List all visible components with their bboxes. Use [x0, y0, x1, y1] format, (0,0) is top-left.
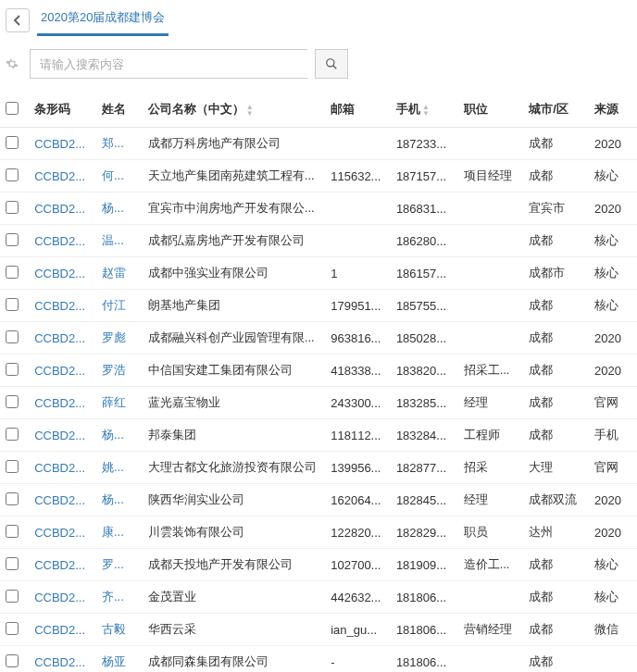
row-checkbox[interactable] [6, 428, 19, 441]
row-checkbox[interactable] [6, 168, 19, 181]
row-checkbox[interactable] [6, 525, 19, 538]
table-row[interactable]: CCBD2...郑...成都万科房地产有限公司187233...成都2020 [0, 128, 637, 160]
row-checkbox[interactable] [6, 201, 19, 214]
cell-phone: 182845... [391, 484, 458, 516]
cell-barcode[interactable]: CCBD2... [29, 225, 96, 257]
row-checkbox[interactable] [6, 330, 19, 343]
row-checkbox[interactable] [6, 363, 19, 376]
cell-name[interactable]: 温... [96, 225, 143, 257]
cell-barcode[interactable]: CCBD2... [29, 128, 96, 160]
tab-event[interactable]: 2020第20届成都建博会 [37, 4, 169, 36]
row-checkbox[interactable] [6, 266, 19, 279]
cell-name[interactable]: 付江 [96, 290, 143, 322]
cell-email: 243300... [325, 387, 391, 419]
row-checkbox[interactable] [6, 395, 19, 408]
table-row[interactable]: CCBD2...罗...成都天投地产开发有限公司102700...181909.… [0, 549, 637, 581]
cell-name[interactable]: 杨... [96, 484, 143, 516]
row-checkbox[interactable] [6, 233, 19, 246]
header-position[interactable]: 职位 [458, 92, 524, 128]
cell-barcode[interactable]: CCBD2... [29, 614, 96, 646]
cell-company: 成都万科房地产有限公司 [143, 128, 325, 160]
cell-barcode[interactable]: CCBD2... [29, 646, 96, 673]
table-row[interactable]: CCBD2...罗浩中信国安建工集团有限公司418338...183820...… [0, 355, 637, 387]
cell-position [458, 225, 524, 257]
cell-position: 招采 [458, 452, 524, 484]
cell-name[interactable]: 杨亚 [96, 646, 143, 673]
cell-phone: 183285... [391, 387, 458, 419]
table-row[interactable]: CCBD2...古毅华西云采ian_gu...181806...营销经理成都微信 [0, 614, 637, 646]
header-email[interactable]: 邮箱 [325, 92, 391, 128]
header-source[interactable]: 来源 [589, 92, 637, 128]
row-checkbox[interactable] [6, 590, 19, 603]
cell-barcode[interactable]: CCBD2... [29, 581, 96, 614]
table-row[interactable]: CCBD2...杨亚成都同森集团有限公司-181806...成都 [0, 646, 637, 673]
search-input[interactable] [30, 49, 307, 79]
cell-name[interactable]: 罗浩 [96, 355, 143, 387]
cell-source: 核心 [589, 225, 637, 257]
back-button[interactable] [6, 8, 30, 32]
cell-barcode[interactable]: CCBD2... [29, 452, 96, 484]
cell-name[interactable]: 赵雷 [96, 257, 143, 290]
cell-barcode[interactable]: CCBD2... [29, 419, 96, 452]
row-checkbox[interactable] [6, 622, 19, 635]
row-checkbox[interactable] [6, 298, 19, 311]
header-company[interactable]: 公司名称（中文）▲▼ [143, 92, 325, 128]
table-row[interactable]: CCBD2...薛红蓝光嘉宝物业243300...183285...经理成都官网 [0, 387, 637, 419]
cell-barcode[interactable]: CCBD2... [29, 387, 96, 419]
header-city[interactable]: 城市/区 [523, 92, 589, 128]
table-row[interactable]: CCBD2...温...成都弘嘉房地产开发有限公司186280...成都核心 [0, 225, 637, 257]
cell-name[interactable]: 何... [96, 160, 143, 193]
cell-position: 职员 [458, 516, 524, 549]
cell-name[interactable]: 杨... [96, 419, 143, 452]
cell-email: 102700... [325, 549, 391, 581]
cell-company: 成都中强实业有限公司 [143, 257, 325, 290]
cell-barcode[interactable]: CCBD2... [29, 193, 96, 225]
table-row[interactable]: CCBD2...齐...金茂置业442632...181806...成都核心 [0, 581, 637, 614]
header-name[interactable]: 姓名 [96, 92, 143, 128]
table-row[interactable]: CCBD2...杨...陕西华润实业公司162064...182845...经理… [0, 484, 637, 516]
cell-barcode[interactable]: CCBD2... [29, 160, 96, 193]
cell-name[interactable]: 康... [96, 516, 143, 549]
table-row[interactable]: CCBD2...杨...宜宾市中润房地产开发有限公...186831...宜宾市… [0, 193, 637, 225]
cell-barcode[interactable]: CCBD2... [29, 484, 96, 516]
row-checkbox[interactable] [6, 557, 19, 570]
cell-barcode[interactable]: CCBD2... [29, 516, 96, 549]
table-row[interactable]: CCBD2...何...天立地产集团南苑建筑工程有...115632...187… [0, 160, 637, 193]
cell-phone: 186280... [391, 225, 458, 257]
cell-barcode[interactable]: CCBD2... [29, 549, 96, 581]
cell-name[interactable]: 罗... [96, 549, 143, 581]
row-checkbox[interactable] [6, 492, 19, 505]
cell-name[interactable]: 齐... [96, 581, 143, 614]
cell-phone: 187233... [391, 128, 458, 160]
cell-company: 天立地产集团南苑建筑工程有... [143, 160, 325, 193]
cell-company: 华西云采 [143, 614, 325, 646]
cell-name[interactable]: 薛红 [96, 387, 143, 419]
table-row[interactable]: CCBD2...姚...大理古都文化旅游投资有限公司139956...18287… [0, 452, 637, 484]
cell-barcode[interactable]: CCBD2... [29, 290, 96, 322]
cell-name[interactable]: 罗彪 [96, 322, 143, 355]
header-phone[interactable]: 手机▲▼ [391, 92, 458, 128]
header-barcode[interactable]: 条形码 [29, 92, 96, 128]
cell-barcode[interactable]: CCBD2... [29, 322, 96, 355]
row-checkbox[interactable] [6, 460, 19, 473]
cell-name[interactable]: 古毅 [96, 614, 143, 646]
table-row[interactable]: CCBD2...赵雷成都中强实业有限公司1186157...成都市核心 [0, 257, 637, 290]
cell-barcode[interactable]: CCBD2... [29, 257, 96, 290]
cell-source: 2020 [589, 322, 637, 355]
select-all-checkbox[interactable] [6, 102, 19, 115]
row-checkbox[interactable] [6, 654, 19, 667]
table-row[interactable]: CCBD2...付江朗基地产集团179951...185755...成都核心 [0, 290, 637, 322]
settings-icon[interactable] [6, 57, 22, 70]
table-row[interactable]: CCBD2...罗彪成都融兴科创产业园管理有限...963816...18502… [0, 322, 637, 355]
table-row[interactable]: CCBD2...康...川雲装饰有限公司122820...182829...职员… [0, 516, 637, 549]
search-button[interactable] [315, 49, 348, 79]
cell-name[interactable]: 姚... [96, 452, 143, 484]
cell-email: 162064... [325, 484, 391, 516]
cell-position [458, 193, 524, 225]
table-row[interactable]: CCBD2...杨...邦泰集团118112...183284...工程师成都手… [0, 419, 637, 452]
cell-barcode[interactable]: CCBD2... [29, 355, 96, 387]
cell-position: 营销经理 [458, 614, 524, 646]
row-checkbox[interactable] [6, 136, 19, 149]
cell-name[interactable]: 杨... [96, 193, 143, 225]
cell-name[interactable]: 郑... [96, 128, 143, 160]
